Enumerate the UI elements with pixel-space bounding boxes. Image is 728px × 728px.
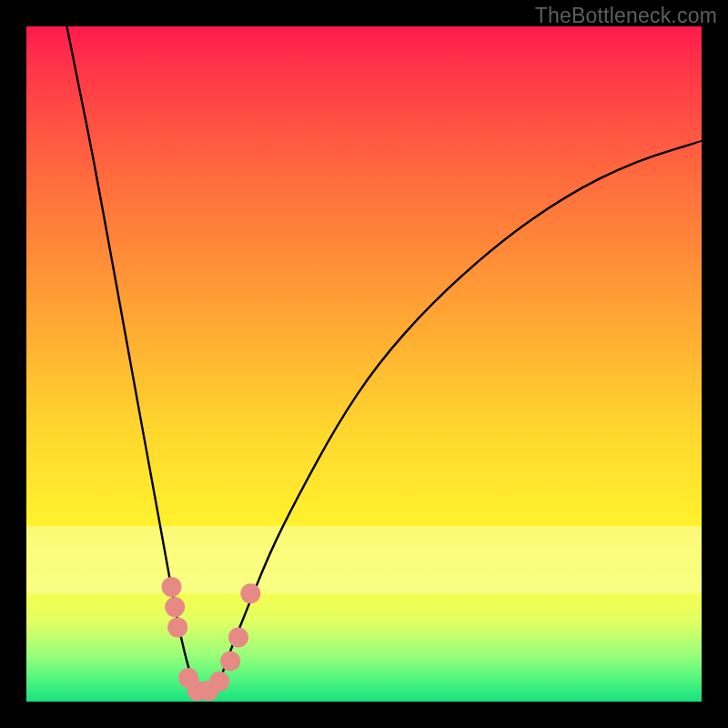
watermark-text: TheBottleneck.com xyxy=(535,4,717,28)
data-marker xyxy=(228,628,248,648)
highlight-band xyxy=(26,526,702,593)
plot-area xyxy=(26,26,702,702)
bottleneck-curve xyxy=(67,26,703,695)
data-marker xyxy=(220,652,240,672)
data-marker xyxy=(165,597,185,617)
data-marker xyxy=(162,577,182,597)
data-marker xyxy=(167,617,187,637)
chart-frame: TheBottleneck.com xyxy=(0,0,728,728)
data-marker xyxy=(209,672,229,692)
marker-group xyxy=(162,577,261,701)
chart-overlay xyxy=(26,26,702,702)
data-marker xyxy=(240,583,260,603)
